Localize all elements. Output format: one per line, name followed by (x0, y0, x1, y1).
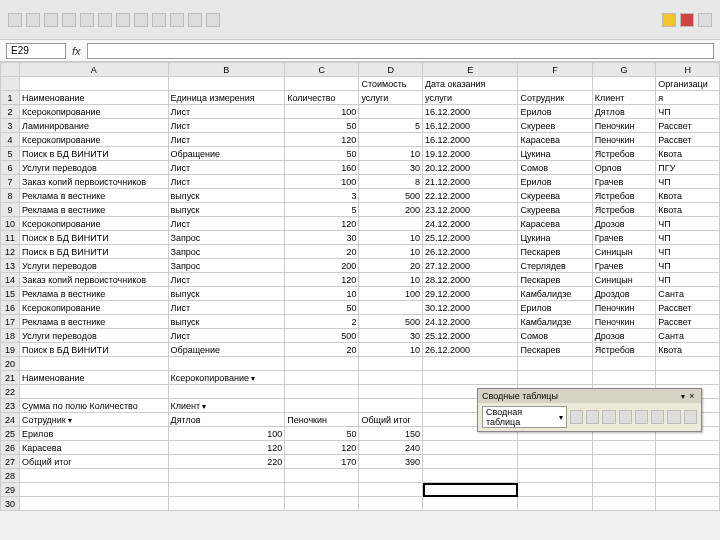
col-header[interactable]: H (656, 63, 720, 77)
pivot-icon[interactable] (684, 410, 697, 424)
cell[interactable] (20, 357, 168, 371)
cell[interactable]: выпуск (168, 189, 285, 203)
toolbar-icon[interactable] (134, 13, 148, 27)
cell[interactable]: 240 (359, 441, 423, 455)
cell[interactable]: услуги (423, 91, 518, 105)
row-header[interactable]: 2 (1, 105, 20, 119)
cell[interactable]: Ламинирование (20, 119, 168, 133)
cell[interactable]: Грачев (592, 175, 656, 189)
cell[interactable] (423, 371, 518, 385)
cell[interactable]: 27.12.2000 (423, 259, 518, 273)
col-header[interactable]: F (518, 63, 592, 77)
cell[interactable] (20, 385, 168, 399)
cell[interactable]: Грачев (592, 231, 656, 245)
cell[interactable]: Скуреева (518, 189, 592, 203)
cell[interactable] (656, 469, 720, 483)
cell[interactable]: Стерлядев (518, 259, 592, 273)
row-header[interactable]: 7 (1, 175, 20, 189)
cell[interactable]: 20.12.2000 (423, 161, 518, 175)
cell[interactable]: 10 (359, 273, 423, 287)
cell[interactable]: Дата оказания (423, 77, 518, 91)
cell[interactable] (359, 469, 423, 483)
cell[interactable] (518, 441, 592, 455)
toolbar-icon[interactable] (98, 13, 112, 27)
cell[interactable]: Рассвет (656, 133, 720, 147)
cell[interactable]: Сотрудник (20, 413, 168, 427)
pivot-icon[interactable] (586, 410, 599, 424)
cell[interactable]: Санта (656, 287, 720, 301)
toolbar-icon[interactable] (188, 13, 202, 27)
cell[interactable] (359, 399, 423, 413)
cell[interactable]: 5 (359, 119, 423, 133)
cell[interactable]: 120 (285, 217, 359, 231)
toolbar-icon[interactable] (170, 13, 184, 27)
toolbar-icon[interactable] (26, 13, 40, 27)
row-header[interactable]: 12 (1, 245, 20, 259)
cell[interactable]: Обращение (168, 343, 285, 357)
cell[interactable]: 24.12.2000 (423, 315, 518, 329)
cell[interactable] (423, 497, 518, 511)
col-header[interactable]: A (20, 63, 168, 77)
row-header[interactable]: 18 (1, 329, 20, 343)
cell[interactable] (423, 483, 518, 497)
cell[interactable]: Квота (656, 147, 720, 161)
cell[interactable]: Клиент (592, 91, 656, 105)
cell[interactable]: Услуги переводов (20, 259, 168, 273)
cell[interactable]: 30 (359, 329, 423, 343)
close-icon[interactable]: × (687, 391, 697, 401)
cell[interactable]: Наименование (20, 91, 168, 105)
fx-icon[interactable]: fx (72, 45, 81, 57)
cell[interactable]: 100 (285, 175, 359, 189)
cell[interactable]: Пеночкин (592, 315, 656, 329)
cell[interactable] (359, 385, 423, 399)
pivot-icon[interactable] (651, 410, 664, 424)
col-header[interactable]: B (168, 63, 285, 77)
cell[interactable] (518, 497, 592, 511)
cell[interactable]: 50 (285, 427, 359, 441)
row-header[interactable]: 26 (1, 441, 20, 455)
cell[interactable]: Синицын (592, 273, 656, 287)
name-box[interactable]: E29 (6, 43, 66, 59)
cell[interactable]: Ястребов (592, 343, 656, 357)
cell[interactable]: 24.12.2000 (423, 217, 518, 231)
cell[interactable]: Лист (168, 329, 285, 343)
cell[interactable] (592, 497, 656, 511)
cell[interactable]: Лист (168, 301, 285, 315)
cell[interactable]: Пеночкин (592, 301, 656, 315)
cell[interactable]: Квота (656, 189, 720, 203)
cell[interactable] (285, 371, 359, 385)
cell[interactable]: Карасева (518, 133, 592, 147)
cell[interactable]: 50 (285, 301, 359, 315)
cell[interactable]: Общий итог (359, 413, 423, 427)
cell[interactable]: Поиск в БД ВИНИТИ (20, 343, 168, 357)
cell[interactable]: 20 (359, 259, 423, 273)
cell[interactable]: Услуги переводов (20, 329, 168, 343)
cell[interactable]: Ерилов (20, 427, 168, 441)
row-header[interactable]: 30 (1, 497, 20, 511)
col-header[interactable]: G (592, 63, 656, 77)
row-header[interactable]: 4 (1, 133, 20, 147)
cell[interactable]: Рассвет (656, 301, 720, 315)
cell[interactable] (592, 77, 656, 91)
cell[interactable]: 390 (359, 455, 423, 469)
cell[interactable]: ЧП (656, 175, 720, 189)
cell[interactable] (359, 357, 423, 371)
cell[interactable]: Ксерокопирование (168, 371, 285, 385)
cell[interactable] (592, 357, 656, 371)
cell[interactable] (168, 469, 285, 483)
row-header[interactable]: 15 (1, 287, 20, 301)
cell[interactable]: выпуск (168, 287, 285, 301)
row-header[interactable]: 8 (1, 189, 20, 203)
cell[interactable] (168, 385, 285, 399)
cell[interactable] (656, 441, 720, 455)
cell[interactable]: 16.12.2000 (423, 119, 518, 133)
cell[interactable] (592, 371, 656, 385)
cell[interactable]: Пескарев (518, 245, 592, 259)
cell[interactable]: 22.12.2000 (423, 189, 518, 203)
cell[interactable]: Лист (168, 133, 285, 147)
cell[interactable]: 170 (285, 455, 359, 469)
cell[interactable]: Сомов (518, 161, 592, 175)
cell[interactable]: ЧП (656, 105, 720, 119)
cell[interactable]: Реклама в вестнике (20, 189, 168, 203)
cell[interactable]: 8 (359, 175, 423, 189)
